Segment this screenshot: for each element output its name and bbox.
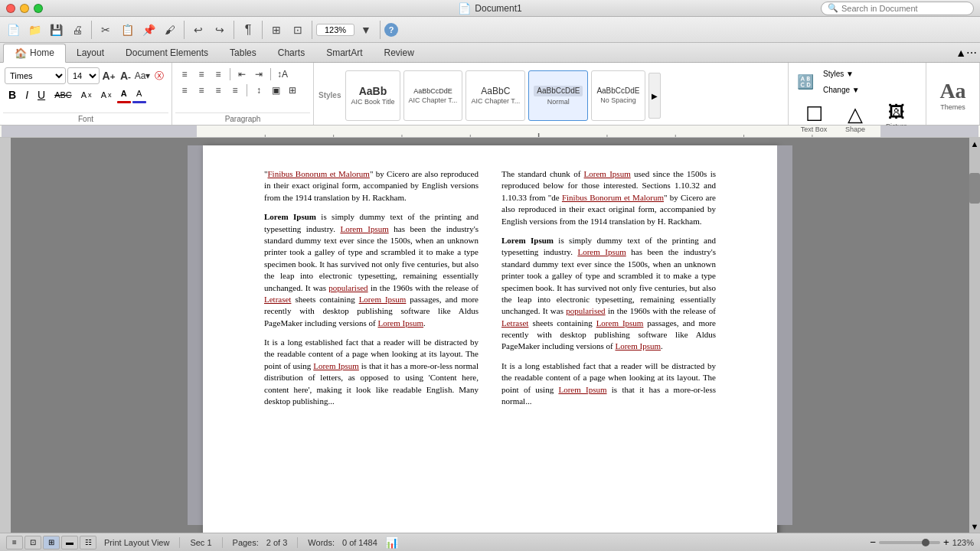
font-clear-btn[interactable]: ⓧ <box>152 69 167 83</box>
subscript-button[interactable]: Ax <box>77 88 96 102</box>
view-btn-3[interactable]: ⊞ <box>43 536 60 549</box>
change-styles-btn[interactable]: Change ▼ <box>819 83 864 96</box>
maximize-button[interactable] <box>34 4 43 13</box>
indent-btn[interactable]: ⇥ <box>251 67 266 81</box>
toolbar-save-btn[interactable]: 💾 <box>46 20 66 40</box>
quick-styles-btn[interactable]: 🔠 <box>793 70 818 94</box>
view-btn-4[interactable]: ▬ <box>61 536 78 549</box>
align-center-btn[interactable]: ≡ <box>194 83 209 97</box>
toolbar-new-btn[interactable]: 📄 <box>3 20 23 40</box>
align-left-btn[interactable]: ≡ <box>177 83 192 97</box>
toolbar-open-btn[interactable]: 📁 <box>24 20 44 40</box>
list-unordered-btn[interactable]: ≡ <box>177 67 192 81</box>
toolbar-view1-btn[interactable]: ⊞ <box>266 20 286 40</box>
style-label-4: No Spacing <box>600 96 636 104</box>
search-input[interactable] <box>841 4 967 13</box>
toolbar-cut-btn[interactable]: ✂ <box>96 20 116 40</box>
font-shrink-btn[interactable]: A- <box>118 69 133 83</box>
link-lorem-1[interactable]: Lorem Ipsum <box>340 224 388 233</box>
zoom-out-btn[interactable]: − <box>870 536 876 548</box>
search-box[interactable]: 🔍 <box>821 2 974 15</box>
tab-charts[interactable]: Charts <box>267 43 315 62</box>
superscript-button[interactable]: Ax <box>97 88 116 102</box>
toolbar-view2-btn[interactable]: ⊡ <box>288 20 308 40</box>
strikethrough-button[interactable]: ABC <box>51 88 76 102</box>
toolbar-separator-3 <box>234 21 234 39</box>
scroll-track[interactable] <box>969 150 980 520</box>
list-multilevel-btn[interactable]: ≡ <box>211 67 226 81</box>
style-normal[interactable]: AaBbCcDdE Normal <box>528 70 588 121</box>
link-finibus-2[interactable]: Finibus Bonorum et Malorum <box>562 193 664 202</box>
scrollbar-right[interactable]: ▲ ▼ <box>969 138 980 533</box>
view-btn-5[interactable]: ☷ <box>80 536 96 549</box>
styles-btn[interactable]: Styles ▼ <box>819 67 864 80</box>
styles-scroll-btn[interactable]: ▶ <box>648 73 661 119</box>
link-lorem-ipsum-4[interactable]: Lorem Ipsum <box>615 341 661 350</box>
style-chapter-t2[interactable]: AaBbC AIC Chapter T... <box>466 70 525 121</box>
tab-document-elements[interactable]: Document Elements <box>115 43 219 62</box>
toolbar-redo-btn[interactable]: ↪ <box>210 20 230 40</box>
link-letraset-2[interactable]: Letraset <box>501 318 528 328</box>
bold-button[interactable]: B <box>5 86 20 103</box>
link-lorem-2[interactable]: Lorem Ipsum <box>359 295 407 304</box>
toolbar-brush-btn[interactable]: 🖌 <box>160 20 180 40</box>
line-spacing-btn[interactable]: ↕ <box>251 83 266 97</box>
link-letraset-1[interactable]: Letraset <box>264 295 291 304</box>
link-lorem-ipsum-2[interactable]: Lorem Ipsum <box>577 247 626 256</box>
zoom-in-btn[interactable]: + <box>943 536 949 548</box>
tab-smartart[interactable]: SmartArt <box>315 43 373 62</box>
link-finibus-1[interactable]: Finibus Bonorum et Malorum <box>268 169 370 178</box>
highlight-btn[interactable]: A <box>132 86 145 100</box>
toolbar-zoom-arrow-btn[interactable]: ▼ <box>356 20 376 40</box>
link-lorem-4[interactable]: Lorem Ipsum <box>313 361 359 370</box>
font-size-select[interactable]: 14 <box>67 67 100 84</box>
sort-btn[interactable]: ↕A <box>275 67 290 81</box>
zoom-slider-thumb[interactable] <box>922 539 929 546</box>
link-popularised-2[interactable]: popularised <box>566 306 605 315</box>
scroll-thumb[interactable] <box>969 173 980 204</box>
ribbon-expand-btn[interactable]: ⋯ <box>966 47 977 59</box>
titlebar-buttons[interactable] <box>6 4 43 13</box>
font-grow-btn[interactable]: A+ <box>101 69 116 83</box>
link-popularised-1[interactable]: popularised <box>328 283 368 292</box>
themes-item[interactable]: Aa Themes <box>933 76 972 114</box>
link-lorem-ipsum-5[interactable]: Lorem Ipsum <box>558 385 606 394</box>
ribbon-collapse-btn[interactable]: ▲ <box>956 47 966 59</box>
borders-btn[interactable]: ⊞ <box>285 83 300 97</box>
minimize-button[interactable] <box>20 4 29 13</box>
scroll-up-btn[interactable]: ▲ <box>969 138 980 150</box>
tab-home[interactable]: 🏠 Home <box>3 44 66 63</box>
status-icon-btn[interactable]: 📊 <box>385 536 398 549</box>
toolbar-pilcrow-btn[interactable]: ¶ <box>238 20 258 40</box>
tab-layout[interactable]: Layout <box>66 43 115 62</box>
shading-btn[interactable]: ▣ <box>268 83 283 97</box>
font-case-btn[interactable]: Aa▾ <box>135 69 150 83</box>
scroll-down-btn[interactable]: ▼ <box>969 520 980 533</box>
link-lorem-3[interactable]: Lorem Ipsum <box>377 318 423 328</box>
font-name-select[interactable]: Times <box>5 67 66 84</box>
toolbar-print-btn[interactable]: 🖨 <box>67 20 87 40</box>
align-justify-btn[interactable]: ≡ <box>227 83 243 97</box>
outdent-btn[interactable]: ⇤ <box>234 67 250 81</box>
view-btn-1[interactable]: ≡ <box>6 536 23 549</box>
align-right-btn[interactable]: ≡ <box>211 83 226 97</box>
page-container[interactable]: "Finibus Bonorum et Malorum" by Cicero a… <box>11 138 969 533</box>
style-book-title[interactable]: AaBb AIC Book Title <box>345 70 400 121</box>
link-lorem-ipsum-std[interactable]: Lorem Ipsum <box>584 169 631 178</box>
zoom-slider[interactable] <box>879 541 940 544</box>
close-button[interactable] <box>6 4 15 13</box>
toolbar-paste-btn[interactable]: 📌 <box>139 20 158 40</box>
tab-review[interactable]: Review <box>373 43 424 62</box>
toolbar-copy-btn[interactable]: 📋 <box>117 20 137 40</box>
toolbar-undo-btn[interactable]: ↩ <box>188 20 208 40</box>
list-ordered-btn[interactable]: ≡ <box>194 67 209 81</box>
style-no-spacing[interactable]: AaBbCcDdE No Spacing <box>591 70 645 121</box>
tab-tables[interactable]: Tables <box>219 43 267 62</box>
style-chapter-t1[interactable]: AaBbCcDdE AIC Chapter T... <box>403 70 463 121</box>
view-btn-2[interactable]: ⊡ <box>24 536 41 549</box>
help-button[interactable]: ? <box>384 23 398 37</box>
font-color-btn[interactable]: A <box>117 86 131 100</box>
link-lorem-ipsum-3[interactable]: Lorem Ipsum <box>596 318 644 328</box>
italic-button[interactable]: I <box>21 86 32 103</box>
underline-button[interactable]: U <box>34 86 49 103</box>
